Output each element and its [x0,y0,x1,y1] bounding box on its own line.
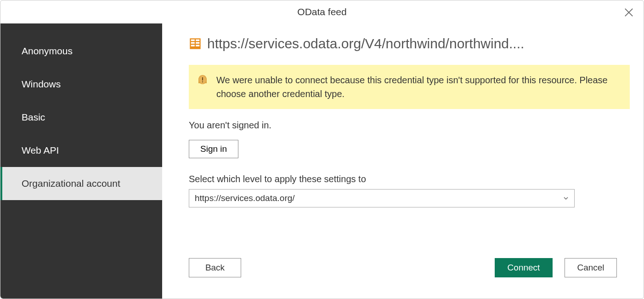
auth-type-sidebar: Anonymous Windows Basic Web API Organiza… [0,23,162,299]
sidebar-item-label: Windows [22,79,61,89]
chevron-down-icon [563,193,569,203]
svg-rect-7 [196,42,199,44]
sidebar-item-label: Basic [22,112,45,122]
cancel-button[interactable]: Cancel [565,258,617,277]
dialog-title: OData feed [297,6,346,17]
svg-rect-8 [196,45,199,46]
datasource-icon [189,37,202,50]
level-dropdown[interactable]: https://services.odata.org/ [189,189,575,207]
main-panel: https://services.odata.org/V4/northwind/… [162,23,644,299]
cancel-button-label: Cancel [577,263,604,272]
back-button[interactable]: Back [189,258,241,277]
sidebar-item-label: Web API [22,145,59,155]
close-icon [622,6,635,19]
warning-banner: We were unable to connect because this c… [189,65,630,109]
svg-rect-6 [196,40,199,41]
connect-button[interactable]: Connect [495,258,553,277]
dialog-footer: Back Connect Cancel [189,258,617,277]
sidebar-item-windows[interactable]: Windows [0,68,162,101]
back-button-label: Back [205,263,225,272]
signin-status: You aren't signed in. [189,120,630,131]
level-label: Select which level to apply these settin… [189,174,630,184]
svg-rect-5 [191,45,195,46]
sidebar-item-anonymous[interactable]: Anonymous [0,34,162,68]
close-button[interactable] [622,6,635,19]
level-dropdown-value: https://services.odata.org/ [195,193,295,203]
warning-text: We were unable to connect because this c… [216,73,619,101]
dialog-body: Anonymous Windows Basic Web API Organiza… [0,23,644,299]
svg-rect-3 [191,40,195,41]
datasource-url-row: https://services.odata.org/V4/northwind/… [189,35,630,52]
warning-icon [197,74,208,85]
sidebar-item-label: Organizational account [22,178,120,189]
svg-rect-9 [202,77,203,80]
odata-feed-dialog: OData feed Anonymous Windows Basic Web A… [0,0,644,299]
signin-button[interactable]: Sign in [189,140,238,158]
svg-rect-10 [202,81,203,82]
datasource-url: https://services.odata.org/V4/northwind/… [207,35,630,52]
dialog-header: OData feed [0,0,644,23]
sidebar-item-organizational-account[interactable]: Organizational account [0,167,162,200]
sidebar-item-basic[interactable]: Basic [0,101,162,134]
footer-right: Connect Cancel [495,258,617,277]
connect-button-label: Connect [508,263,540,272]
svg-rect-4 [191,42,195,44]
signin-button-label: Sign in [200,144,227,154]
sidebar-item-web-api[interactable]: Web API [0,134,162,167]
sidebar-item-label: Anonymous [22,46,73,56]
